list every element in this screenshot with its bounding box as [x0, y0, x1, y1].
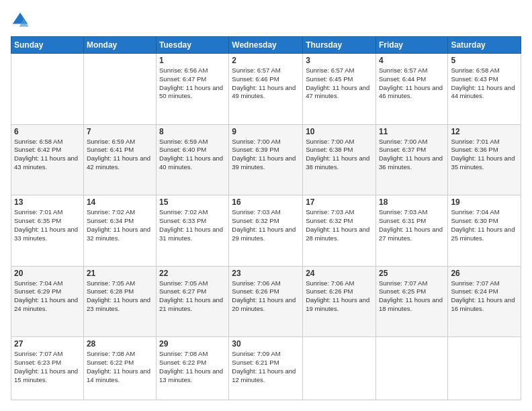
day-number: 14: [87, 197, 153, 207]
day-number: 19: [451, 197, 518, 207]
day-info: Sunrise: 7:02 AM Sunset: 6:33 PM Dayligh…: [159, 208, 226, 242]
day-info: Sunrise: 7:01 AM Sunset: 6:36 PM Dayligh…: [451, 138, 518, 172]
calendar-cell: 17Sunrise: 7:03 AM Sunset: 6:32 PM Dayli…: [303, 195, 376, 267]
weekday-header: Friday: [375, 37, 447, 54]
day-info: Sunrise: 7:09 AM Sunset: 6:21 PM Dayligh…: [232, 350, 300, 384]
day-info: Sunrise: 6:57 AM Sunset: 6:44 PM Dayligh…: [379, 66, 445, 101]
day-info: Sunrise: 6:58 AM Sunset: 6:42 PM Dayligh…: [14, 138, 81, 172]
calendar-cell: 28Sunrise: 7:08 AM Sunset: 6:22 PM Dayli…: [83, 337, 156, 400]
calendar-cell: 14Sunrise: 7:02 AM Sunset: 6:34 PM Dayli…: [83, 195, 156, 267]
day-number: 3: [306, 56, 373, 65]
day-number: 6: [14, 127, 81, 136]
calendar-cell: 16Sunrise: 7:03 AM Sunset: 6:32 PM Dayli…: [229, 195, 303, 267]
day-number: 28: [87, 339, 153, 349]
day-number: 4: [379, 56, 445, 65]
calendar-cell: 13Sunrise: 7:01 AM Sunset: 6:35 PM Dayli…: [11, 195, 84, 267]
day-info: Sunrise: 6:59 AM Sunset: 6:40 PM Dayligh…: [159, 138, 226, 172]
day-info: Sunrise: 7:05 AM Sunset: 6:28 PM Dayligh…: [87, 279, 153, 314]
header: [11, 11, 521, 30]
calendar-week-row: 1Sunrise: 6:56 AM Sunset: 6:47 PM Daylig…: [11, 54, 521, 125]
weekday-header-row: SundayMondayTuesdayWednesdayThursdayFrid…: [11, 37, 521, 54]
calendar-cell: 29Sunrise: 7:08 AM Sunset: 6:22 PM Dayli…: [157, 337, 229, 400]
day-number: 30: [232, 339, 300, 349]
day-number: 16: [232, 197, 300, 207]
calendar-cell: 24Sunrise: 7:06 AM Sunset: 6:26 PM Dayli…: [303, 266, 376, 337]
weekday-header: Wednesday: [229, 37, 303, 54]
calendar-week-row: 13Sunrise: 7:01 AM Sunset: 6:35 PM Dayli…: [11, 195, 521, 267]
day-number: 27: [14, 339, 81, 349]
day-number: 25: [379, 269, 445, 278]
day-number: 18: [379, 197, 445, 207]
day-info: Sunrise: 7:06 AM Sunset: 6:26 PM Dayligh…: [232, 279, 300, 314]
day-info: Sunrise: 7:06 AM Sunset: 6:26 PM Dayligh…: [306, 279, 373, 314]
day-number: 21: [87, 269, 153, 278]
calendar-cell: 7Sunrise: 6:59 AM Sunset: 6:41 PM Daylig…: [83, 124, 156, 195]
day-number: 24: [306, 269, 373, 278]
calendar-cell: [11, 54, 84, 125]
weekday-header: Tuesday: [157, 37, 229, 54]
day-number: 5: [451, 56, 518, 65]
calendar-cell: 25Sunrise: 7:07 AM Sunset: 6:25 PM Dayli…: [375, 266, 447, 337]
day-number: 23: [232, 269, 300, 278]
calendar-cell: 2Sunrise: 6:57 AM Sunset: 6:46 PM Daylig…: [229, 54, 303, 125]
calendar-cell: 15Sunrise: 7:02 AM Sunset: 6:33 PM Dayli…: [157, 195, 229, 267]
day-number: 15: [159, 197, 226, 207]
day-info: Sunrise: 7:01 AM Sunset: 6:35 PM Dayligh…: [14, 208, 81, 242]
day-number: 20: [14, 269, 81, 278]
calendar-cell: 1Sunrise: 6:56 AM Sunset: 6:47 PM Daylig…: [157, 54, 229, 125]
day-number: 1: [159, 56, 226, 65]
day-number: 17: [306, 197, 373, 207]
logo: [11, 11, 32, 30]
day-info: Sunrise: 7:07 AM Sunset: 6:24 PM Dayligh…: [451, 279, 518, 314]
day-number: 2: [232, 56, 300, 65]
page: SundayMondayTuesdayWednesdayThursdayFrid…: [0, 0, 532, 411]
day-info: Sunrise: 7:03 AM Sunset: 6:31 PM Dayligh…: [379, 208, 445, 242]
day-number: 12: [451, 127, 518, 136]
day-info: Sunrise: 7:07 AM Sunset: 6:25 PM Dayligh…: [379, 279, 445, 314]
day-info: Sunrise: 7:08 AM Sunset: 6:22 PM Dayligh…: [159, 350, 226, 384]
calendar-cell: 21Sunrise: 7:05 AM Sunset: 6:28 PM Dayli…: [83, 266, 156, 337]
calendar-cell: [448, 337, 521, 400]
day-number: 13: [14, 197, 81, 207]
day-number: 29: [159, 339, 226, 349]
calendar-cell: 6Sunrise: 6:58 AM Sunset: 6:42 PM Daylig…: [11, 124, 84, 195]
calendar-week-row: 20Sunrise: 7:04 AM Sunset: 6:29 PM Dayli…: [11, 266, 521, 337]
day-info: Sunrise: 7:00 AM Sunset: 6:39 PM Dayligh…: [232, 138, 300, 172]
day-number: 10: [306, 127, 373, 136]
calendar-cell: 9Sunrise: 7:00 AM Sunset: 6:39 PM Daylig…: [229, 124, 303, 195]
day-info: Sunrise: 7:04 AM Sunset: 6:30 PM Dayligh…: [451, 208, 518, 242]
calendar-cell: 12Sunrise: 7:01 AM Sunset: 6:36 PM Dayli…: [448, 124, 521, 195]
calendar-cell: 5Sunrise: 6:58 AM Sunset: 6:43 PM Daylig…: [448, 54, 521, 125]
day-number: 9: [232, 127, 300, 136]
day-info: Sunrise: 6:57 AM Sunset: 6:45 PM Dayligh…: [306, 66, 373, 101]
calendar-cell: 30Sunrise: 7:09 AM Sunset: 6:21 PM Dayli…: [229, 337, 303, 400]
calendar-cell: 27Sunrise: 7:07 AM Sunset: 6:23 PM Dayli…: [11, 337, 84, 400]
day-info: Sunrise: 6:59 AM Sunset: 6:41 PM Dayligh…: [87, 138, 153, 172]
day-info: Sunrise: 7:07 AM Sunset: 6:23 PM Dayligh…: [14, 350, 81, 384]
day-number: 22: [159, 269, 226, 278]
calendar-cell: [375, 337, 447, 400]
day-info: Sunrise: 7:03 AM Sunset: 6:32 PM Dayligh…: [306, 208, 373, 242]
day-info: Sunrise: 7:03 AM Sunset: 6:32 PM Dayligh…: [232, 208, 300, 242]
calendar-cell: 11Sunrise: 7:00 AM Sunset: 6:37 PM Dayli…: [375, 124, 447, 195]
logo-icon: [11, 11, 30, 30]
day-info: Sunrise: 7:04 AM Sunset: 6:29 PM Dayligh…: [14, 279, 81, 314]
calendar-week-row: 6Sunrise: 6:58 AM Sunset: 6:42 PM Daylig…: [11, 124, 521, 195]
weekday-header: Saturday: [448, 37, 521, 54]
calendar-cell: 19Sunrise: 7:04 AM Sunset: 6:30 PM Dayli…: [448, 195, 521, 267]
calendar-cell: 4Sunrise: 6:57 AM Sunset: 6:44 PM Daylig…: [375, 54, 447, 125]
day-info: Sunrise: 6:58 AM Sunset: 6:43 PM Dayligh…: [451, 66, 518, 101]
calendar: SundayMondayTuesdayWednesdayThursdayFrid…: [11, 36, 521, 400]
day-info: Sunrise: 7:00 AM Sunset: 6:37 PM Dayligh…: [379, 138, 445, 172]
calendar-cell: 26Sunrise: 7:07 AM Sunset: 6:24 PM Dayli…: [448, 266, 521, 337]
calendar-cell: [303, 337, 376, 400]
weekday-header: Monday: [83, 37, 156, 54]
calendar-week-row: 27Sunrise: 7:07 AM Sunset: 6:23 PM Dayli…: [11, 337, 521, 400]
calendar-cell: 23Sunrise: 7:06 AM Sunset: 6:26 PM Dayli…: [229, 266, 303, 337]
day-info: Sunrise: 7:02 AM Sunset: 6:34 PM Dayligh…: [87, 208, 153, 242]
day-info: Sunrise: 6:56 AM Sunset: 6:47 PM Dayligh…: [159, 66, 226, 101]
calendar-cell: 8Sunrise: 6:59 AM Sunset: 6:40 PM Daylig…: [157, 124, 229, 195]
calendar-cell: 18Sunrise: 7:03 AM Sunset: 6:31 PM Dayli…: [375, 195, 447, 267]
calendar-cell: 22Sunrise: 7:05 AM Sunset: 6:27 PM Dayli…: [157, 266, 229, 337]
calendar-cell: 3Sunrise: 6:57 AM Sunset: 6:45 PM Daylig…: [303, 54, 376, 125]
